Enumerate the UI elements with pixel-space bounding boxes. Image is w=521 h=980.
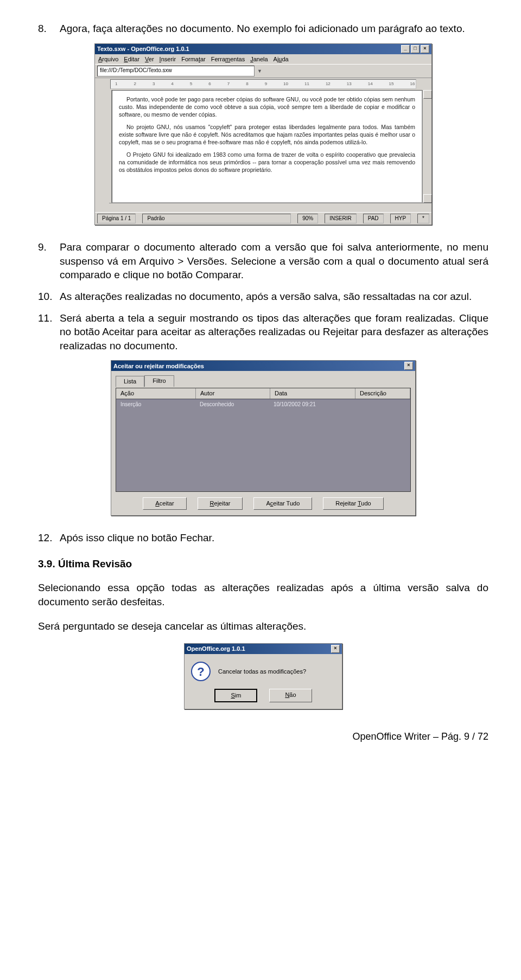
tab-lista[interactable]: Lista — [116, 376, 144, 387]
cell-author: Desconhecido — [195, 400, 269, 409]
reject-button[interactable]: Rejeitar — [198, 497, 243, 510]
window-titlebar: Texto.sxw - OpenOffice.org 1.0.1 _ □ × — [95, 44, 431, 54]
window-title: Texto.sxw - OpenOffice.org 1.0.1 — [97, 45, 189, 53]
reject-all-button[interactable]: Rejeitar Tudo — [323, 497, 383, 510]
step-11: 11. Será aberta a tela a seguir mostrand… — [38, 311, 488, 353]
status-hyp: HYP — [390, 214, 411, 223]
yes-button[interactable]: Sim — [214, 689, 257, 702]
step-text: Será aberta a tela a seguir mostrando os… — [60, 311, 488, 353]
status-page: Página 1 / 1 — [97, 214, 136, 223]
toolbar-button[interactable] — [345, 66, 355, 76]
step-number: 8. — [38, 22, 60, 36]
vtool-button[interactable] — [96, 153, 108, 164]
url-field[interactable]: file:///D:/Temp/DOC/Texto.sxw — [97, 66, 255, 76]
menu-editar[interactable]: Editar — [124, 55, 139, 63]
col-author[interactable]: Autor — [196, 388, 270, 399]
confirm-dialog: OpenOffice.org 1.0.1 × ? Cancelar todas … — [184, 643, 342, 709]
step-number: 11. — [38, 311, 60, 353]
step-text: Para comparar o documento alterado com a… — [60, 240, 488, 282]
toolbar-button[interactable] — [284, 66, 295, 76]
list-row[interactable]: Inserção Desconhecido 10/10/2002 09:21 — [116, 399, 410, 409]
menu-formatar[interactable]: Formatar — [181, 55, 206, 63]
toolbar-button[interactable] — [298, 66, 309, 76]
page-footer: OpenOffice Writer – Pág. 9 / 72 — [38, 730, 488, 743]
section-heading: 3.9. Última Revisão — [38, 557, 488, 571]
section-paragraph: Será perguntado se deseja cancelar as úl… — [38, 619, 488, 633]
horizontal-ruler: 1 2 3 4 5 6 7 8 9 10 11 12 13 14 15 16 — [110, 79, 416, 89]
question-icon: ? — [191, 662, 211, 681]
status-bar: Página 1 / 1 Padrão 90% INSERIR PAD HYP … — [95, 212, 431, 225]
tab-filtro[interactable]: Filtro — [144, 375, 174, 387]
menu-janela[interactable]: Janela — [250, 55, 268, 63]
document-content[interactable]: Portanto, você pode ter pago para recebe… — [112, 90, 422, 203]
vtool-button[interactable] — [96, 191, 108, 202]
dialog-tabs: Lista Filtro — [116, 375, 411, 387]
step-9: 9. Para comparar o documento alterado co… — [38, 240, 488, 282]
horizontal-scrollbar[interactable] — [109, 203, 431, 212]
toolbar-button[interactable] — [405, 66, 416, 76]
dialog-title: Aceitar ou rejeitar modificações — [113, 362, 204, 370]
toolbar-button[interactable] — [312, 66, 322, 76]
minimize-button[interactable]: _ — [401, 45, 410, 53]
cell-action: Inserção — [116, 400, 195, 409]
toolbar-button[interactable] — [372, 66, 383, 76]
col-action[interactable]: Ação — [116, 388, 196, 399]
dialog-buttons: Aceitar Rejeitar Aceitar Tudo Rejeitar T… — [116, 497, 411, 510]
step-text: As alterações realizadas no documento, a… — [60, 290, 488, 304]
toolbar-button[interactable] — [358, 66, 369, 76]
vertical-scrollbar[interactable] — [422, 90, 431, 203]
vtool-button[interactable] — [96, 91, 108, 102]
step-number: 10. — [38, 290, 60, 304]
menu-ajuda[interactable]: Ajuda — [274, 55, 289, 63]
cell-desc — [354, 400, 410, 409]
step-number: 12. — [38, 531, 60, 545]
doc-paragraph: O Projeto GNU foi idealizado em 1983 com… — [119, 151, 415, 174]
step-8: 8. Agora, faça alterações no documento. … — [38, 22, 488, 36]
accept-all-button[interactable]: Aceitar Tudo — [253, 497, 312, 510]
close-button[interactable]: × — [421, 45, 429, 53]
menu-inserir[interactable]: Inserir — [160, 55, 176, 63]
msgbox-buttons: Sim Não — [185, 689, 342, 709]
doc-paragraph: No projeto GNU, nós usamos "copyleft" pa… — [119, 124, 415, 146]
editor-area: Portanto, você pode ter pago para recebe… — [95, 90, 431, 203]
vtool-button[interactable] — [96, 104, 108, 114]
msgbox-close-button[interactable]: × — [331, 645, 340, 653]
accept-button[interactable]: Aceitar — [143, 497, 186, 510]
dialog-close-button[interactable]: × — [404, 362, 413, 370]
maximize-button[interactable]: □ — [411, 45, 420, 53]
step-text: Agora, faça alterações no documento. No … — [60, 22, 488, 36]
menu-arquivo[interactable]: Arquivo — [98, 55, 118, 63]
step-12: 12. Após isso clique no botão Fechar. — [38, 531, 488, 545]
menu-ferramentas[interactable]: Ferramentas — [211, 55, 245, 63]
toolbar-button[interactable] — [325, 66, 336, 76]
msgbox-body: ? Cancelar todas as modificações? — [185, 654, 342, 689]
vtool-button[interactable] — [96, 178, 108, 189]
toolbar-button[interactable] — [391, 66, 402, 76]
msgbox-title: OpenOffice.org 1.0.1 — [187, 645, 245, 653]
toolbar-button[interactable] — [271, 66, 282, 76]
vtool-button[interactable] — [96, 166, 108, 177]
cell-date: 10/10/2002 09:21 — [269, 400, 354, 409]
step-number: 9. — [38, 240, 60, 282]
col-date[interactable]: Data — [270, 388, 355, 399]
section-title: Última Revisão — [58, 558, 132, 569]
status-pad: PAD — [363, 214, 384, 223]
vtool-button[interactable] — [96, 141, 108, 152]
menu-bar: Arquivo Editar Ver Inserir Formatar Ferr… — [95, 54, 431, 65]
col-desc[interactable]: Descrição — [355, 388, 410, 399]
vtool-button[interactable] — [96, 116, 108, 127]
dropdown-icon[interactable]: ▼ — [257, 68, 262, 74]
no-button[interactable]: Não — [269, 689, 312, 702]
url-toolbar: file:///D:/Temp/DOC/Texto.sxw ▼ — [95, 64, 431, 78]
step-10: 10. As alterações realizadas no document… — [38, 290, 488, 304]
accept-reject-dialog: Aceitar ou rejeitar modificações × Lista… — [111, 360, 416, 516]
changes-list[interactable]: Ação Autor Data Descrição Inserção Desco… — [116, 388, 411, 492]
vtool-button[interactable] — [96, 129, 108, 139]
section-paragraph: Selecionando essa opção todas as alteraç… — [38, 581, 488, 609]
menu-ver[interactable]: Ver — [145, 55, 154, 63]
toolbar-button[interactable] — [418, 66, 429, 76]
status-style: Padrão — [142, 214, 291, 223]
status-modified: * — [417, 214, 429, 223]
dialog-titlebar: Aceitar ou rejeitar modificações × — [111, 361, 415, 371]
msgbox-titlebar: OpenOffice.org 1.0.1 × — [185, 644, 342, 654]
